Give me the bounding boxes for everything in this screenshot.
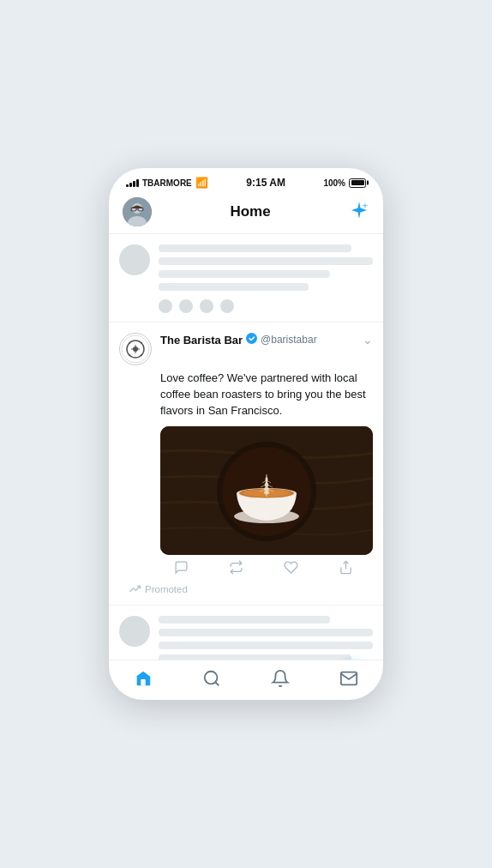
status-left: TBARMORE 📶 (126, 177, 208, 189)
bottom-nav (109, 660, 383, 700)
skeleton-avatar-1 (119, 244, 150, 275)
promoted-tweet: The Barista Bar @baristabar ⌄ Love coffe… (109, 322, 383, 606)
skel-line (159, 642, 373, 649)
retweet-action[interactable] (208, 560, 263, 575)
nav-search[interactable] (194, 669, 230, 688)
promoted-row: Promoted (119, 580, 373, 605)
user-avatar[interactable] (123, 197, 152, 226)
skel-line (159, 629, 373, 636)
svg-point-12 (141, 342, 142, 344)
skeleton-content-2 (159, 616, 373, 660)
page-title: Home (230, 203, 270, 220)
svg-point-14 (141, 354, 142, 356)
skel-dot (179, 299, 193, 313)
skel-line (159, 257, 373, 265)
skel-line (159, 654, 351, 660)
skeleton-avatar-2 (119, 616, 150, 647)
svg-point-11 (129, 342, 130, 344)
verified-badge-icon (246, 333, 257, 347)
time-label: 9:15 AM (246, 177, 285, 189)
nav-messages[interactable] (331, 669, 367, 688)
nav-notifications[interactable] (262, 669, 298, 688)
skel-line (159, 283, 309, 291)
tweet-body: Love coffee? We've partnered with local … (160, 371, 373, 419)
skeleton-tweet-1 (109, 234, 383, 322)
app-header: Home (109, 192, 383, 234)
tweet-handle: @baristabar (261, 334, 317, 346)
tweet-chevron-icon[interactable]: ⌄ (363, 333, 373, 347)
tweet-image (160, 426, 373, 555)
svg-point-13 (129, 354, 130, 356)
skel-dot (200, 299, 213, 313)
status-bar: TBARMORE 📶 9:15 AM 100% (109, 168, 383, 192)
svg-rect-27 (141, 679, 146, 685)
nav-home[interactable] (125, 669, 161, 688)
battery-label: 100% (323, 178, 345, 188)
wifi-icon: 📶 (195, 177, 208, 189)
status-right: 100% (323, 178, 366, 188)
comment-action[interactable] (153, 560, 208, 575)
tweet-header: The Barista Bar @baristabar ⌄ (119, 333, 373, 365)
svg-point-28 (205, 672, 218, 684)
promoted-label: Promoted (145, 584, 188, 594)
skel-dot (220, 299, 234, 313)
tweet-actions (119, 555, 373, 580)
tweet-name-row: The Barista Bar @baristabar ⌄ (160, 333, 373, 347)
skel-dots (159, 299, 373, 313)
share-action[interactable] (318, 560, 373, 575)
tweet-avatar[interactable] (119, 333, 152, 365)
carrier-label: TBARMORE (142, 178, 192, 188)
battery-icon (349, 178, 366, 188)
feed: The Barista Bar @baristabar ⌄ Love coffe… (109, 234, 383, 660)
skel-line (159, 616, 330, 624)
tweet-account-name: The Barista Bar (160, 334, 243, 347)
phone-shell: TBARMORE 📶 9:15 AM 100% Ho (109, 168, 383, 700)
promoted-icon (129, 583, 141, 596)
svg-point-15 (246, 333, 257, 344)
skel-dot (159, 299, 172, 313)
signal-bars-icon (126, 178, 139, 187)
skel-line (159, 244, 351, 252)
skeleton-tweet-2 (109, 606, 383, 660)
skel-line (159, 270, 330, 278)
svg-line-29 (215, 682, 219, 685)
svg-point-10 (133, 347, 138, 352)
sparkle-icon[interactable] (349, 200, 369, 225)
tweet-meta: The Barista Bar @baristabar ⌄ (160, 333, 373, 347)
skeleton-content-1 (159, 244, 373, 313)
like-action[interactable] (263, 560, 318, 575)
